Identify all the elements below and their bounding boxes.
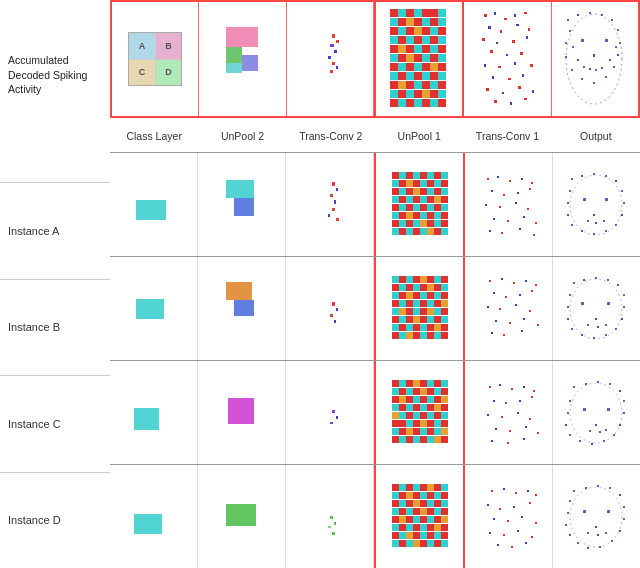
svg-rect-532	[413, 516, 420, 523]
svg-rect-305	[399, 308, 406, 315]
svg-rect-114	[518, 86, 521, 89]
svg-rect-422	[434, 412, 441, 419]
svg-rect-31	[430, 27, 438, 35]
svg-rect-103	[506, 54, 508, 56]
svg-rect-85	[414, 99, 422, 107]
svg-rect-175	[406, 188, 413, 195]
svg-rect-427	[413, 420, 420, 427]
svg-rect-115	[532, 90, 534, 93]
svg-rect-55	[398, 63, 406, 71]
svg-rect-229	[529, 188, 531, 190]
svg-rect-566	[487, 504, 489, 506]
svg-rect-403	[413, 396, 420, 403]
svg-rect-83	[398, 99, 406, 107]
svg-rect-536	[441, 516, 448, 523]
svg-rect-121	[577, 14, 579, 16]
svg-rect-215	[406, 228, 413, 235]
svg-rect-595	[565, 524, 567, 526]
svg-rect-272	[392, 276, 399, 283]
svg-rect-261	[593, 214, 595, 216]
svg-rect-223	[509, 180, 511, 182]
svg-rect-28	[406, 27, 414, 35]
col-header-spacer	[0, 150, 110, 182]
svg-rect-38	[430, 36, 438, 44]
svg-rect-151	[336, 188, 338, 191]
a-unpool2-viz	[214, 170, 269, 240]
svg-rect-492	[226, 504, 256, 526]
svg-rect-448	[489, 386, 491, 388]
d-unpool1-viz	[390, 482, 450, 552]
svg-rect-122	[589, 12, 591, 14]
svg-rect-255	[571, 224, 573, 226]
svg-rect-210	[427, 220, 434, 227]
a-output	[553, 153, 640, 256]
svg-rect-286	[434, 284, 441, 291]
d-transconv1	[465, 465, 553, 568]
svg-rect-512	[441, 492, 448, 499]
svg-rect-212	[441, 220, 448, 227]
svg-rect-442	[406, 436, 413, 443]
svg-rect-207	[406, 220, 413, 227]
svg-rect-311	[441, 308, 448, 315]
svg-rect-189	[392, 204, 399, 211]
svg-rect-268	[332, 302, 335, 306]
svg-rect-467	[523, 438, 525, 440]
svg-rect-143	[572, 46, 574, 48]
svg-rect-586	[619, 494, 621, 496]
svg-rect-596	[567, 512, 569, 514]
svg-rect-437	[427, 428, 434, 435]
svg-rect-270	[330, 314, 333, 317]
svg-rect-167	[406, 180, 413, 187]
svg-rect-539	[406, 524, 413, 531]
svg-rect-587	[623, 506, 625, 508]
svg-rect-277	[427, 276, 434, 283]
svg-rect-576	[517, 530, 519, 532]
svg-rect-579	[511, 546, 513, 548]
svg-rect-196	[441, 204, 448, 211]
svg-rect-594	[569, 534, 571, 536]
svg-rect-366	[605, 334, 607, 336]
svg-rect-432	[392, 428, 399, 435]
svg-rect-110	[508, 78, 511, 80]
col-header-unpool2: UnPool 2	[198, 120, 286, 152]
svg-rect-224	[521, 178, 523, 180]
svg-rect-193	[420, 204, 427, 211]
svg-rect-308	[420, 308, 427, 315]
svg-rect-472	[609, 383, 611, 385]
svg-rect-312	[392, 316, 399, 323]
svg-rect-40	[390, 45, 398, 53]
accumulated-row: A B C D	[110, 0, 640, 118]
unpool2-acc-viz	[216, 23, 268, 95]
svg-rect-239	[501, 232, 503, 234]
svg-rect-148	[226, 180, 254, 198]
svg-rect-485	[583, 408, 586, 411]
svg-rect-375	[595, 318, 597, 320]
svg-rect-192	[413, 204, 420, 211]
d-class-viz	[126, 482, 181, 552]
svg-rect-395	[413, 388, 420, 395]
svg-rect-77	[406, 90, 414, 98]
svg-rect-265	[136, 299, 164, 319]
svg-rect-462	[509, 430, 511, 432]
svg-rect-409	[399, 404, 406, 411]
svg-rect-362	[623, 294, 625, 296]
svg-rect-411	[413, 404, 420, 411]
svg-rect-82	[390, 99, 398, 107]
svg-rect-170	[427, 180, 434, 187]
svg-rect-424	[392, 420, 399, 427]
svg-rect-396	[420, 388, 427, 395]
svg-rect-455	[519, 400, 521, 402]
svg-rect-47	[390, 54, 398, 62]
svg-rect-240	[519, 228, 521, 230]
svg-rect-523	[406, 508, 413, 515]
svg-rect-179	[434, 188, 441, 195]
svg-rect-528	[441, 508, 448, 515]
quad-a: A	[129, 33, 155, 59]
svg-rect-191	[406, 204, 413, 211]
svg-rect-245	[593, 173, 595, 175]
svg-rect-198	[399, 212, 406, 219]
svg-rect-559	[434, 540, 441, 547]
b-unpool1-viz	[390, 274, 450, 344]
svg-point-581	[570, 487, 622, 547]
svg-rect-80	[430, 90, 438, 98]
